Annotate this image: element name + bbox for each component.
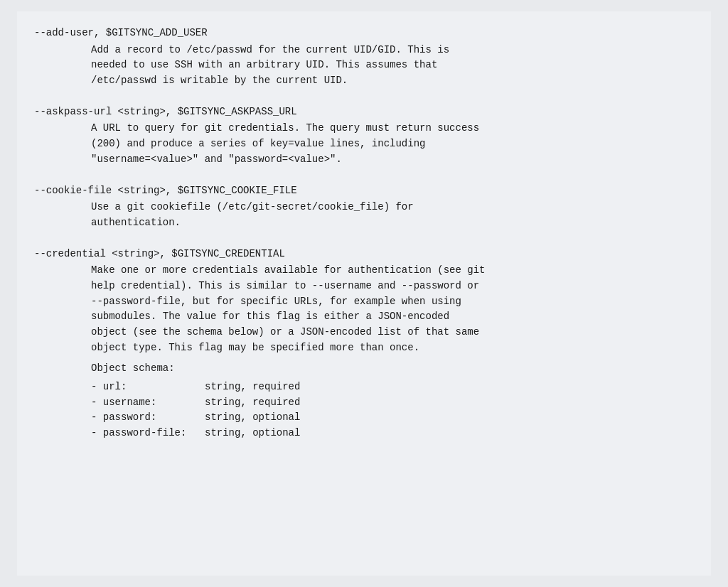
schema-row: - username:string, required bbox=[91, 395, 300, 411]
desc-line: --password-file, but for specific URLs, … bbox=[91, 294, 694, 310]
schema-title: Object schema: bbox=[91, 361, 694, 377]
flag-line-cookie-file: --cookie-file <string>, $GITSYNC_COOKIE_… bbox=[34, 183, 694, 199]
desc-line: needed to use SSH with an arbitrary UID.… bbox=[91, 58, 694, 73]
flag-line-credential: --credential <string>, $GITSYNC_CREDENTI… bbox=[34, 247, 694, 262]
entry-askpass-url: --askpass-url <string>, $GITSYNC_ASKPASS… bbox=[34, 104, 694, 168]
desc-line: Make one or more credentials available f… bbox=[91, 263, 694, 279]
desc-line: object (see the schema below) or a JSON-… bbox=[91, 325, 694, 340]
desc-line: /etc/passwd is writable by the current U… bbox=[91, 73, 694, 89]
flag-line-add-user: --add-user, $GITSYNC_ADD_USER bbox=[34, 26, 694, 41]
schema-fields: - url:string, required- username:string,… bbox=[91, 379, 300, 441]
schema-val: string, optional bbox=[205, 426, 300, 441]
entry-cookie-file: --cookie-file <string>, $GITSYNC_COOKIE_… bbox=[34, 183, 694, 231]
schema-val: string, optional bbox=[205, 410, 300, 426]
desc-line: A URL to query for git credentials. The … bbox=[91, 121, 694, 136]
schema-val: string, required bbox=[205, 379, 300, 395]
description-askpass-url: A URL to query for git credentials. The … bbox=[34, 121, 694, 167]
desc-line: Add a record to /etc/passwd for the curr… bbox=[91, 43, 694, 58]
schema-row: - password-file:string, optional bbox=[91, 426, 300, 441]
desc-line: object type. This flag may be specified … bbox=[91, 340, 694, 356]
schema-key: - password: bbox=[91, 410, 205, 426]
desc-line: "username=<value>" and "password=<value>… bbox=[91, 152, 694, 168]
schema-key: - url: bbox=[91, 379, 205, 395]
schema-val: string, required bbox=[205, 395, 300, 411]
description-add-user: Add a record to /etc/passwd for the curr… bbox=[34, 43, 694, 89]
description-credential: Make one or more credentials available f… bbox=[34, 263, 694, 355]
desc-line: help credential). This is similar to --u… bbox=[91, 279, 694, 294]
desc-line: (200) and produce a series of key=value … bbox=[91, 136, 694, 152]
desc-line: submodules. The value for this flag is e… bbox=[91, 309, 694, 325]
doc-container: --add-user, $GITSYNC_ADD_USERAdd a recor… bbox=[17, 11, 711, 576]
desc-line: Use a git cookiefile (/etc/git-secret/co… bbox=[91, 200, 694, 215]
schema-key: - username: bbox=[91, 395, 205, 411]
entry-add-user: --add-user, $GITSYNC_ADD_USERAdd a recor… bbox=[34, 26, 694, 89]
schema-section: Object schema:- url:string, required- us… bbox=[34, 361, 694, 441]
desc-line: authentication. bbox=[91, 215, 694, 231]
description-cookie-file: Use a git cookiefile (/etc/git-secret/co… bbox=[34, 200, 694, 230]
entry-credential: --credential <string>, $GITSYNC_CREDENTI… bbox=[34, 247, 694, 441]
schema-row: - password:string, optional bbox=[91, 410, 300, 426]
flag-line-askpass-url: --askpass-url <string>, $GITSYNC_ASKPASS… bbox=[34, 104, 694, 120]
schema-row: - url:string, required bbox=[91, 379, 300, 395]
schema-key: - password-file: bbox=[91, 426, 205, 441]
